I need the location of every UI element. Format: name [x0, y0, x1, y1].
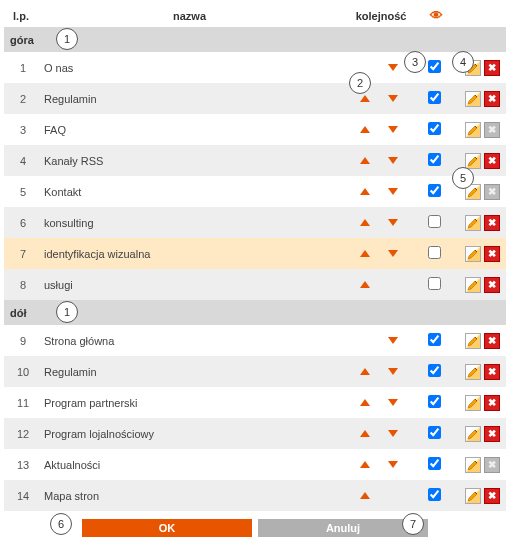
- arrow-placeholder: [360, 64, 370, 71]
- visibility-checkbox[interactable]: [428, 122, 441, 135]
- visibility-checkbox[interactable]: [428, 153, 441, 166]
- row-name: Regulamin: [40, 366, 339, 378]
- move-up-icon[interactable]: [360, 492, 370, 499]
- edit-button[interactable]: [465, 215, 481, 231]
- delete-button[interactable]: ✖: [484, 488, 500, 504]
- row-order: [339, 250, 419, 257]
- row-name: Aktualności: [40, 459, 339, 471]
- row-visibility: [419, 153, 449, 168]
- delete-button[interactable]: ✖: [484, 395, 500, 411]
- delete-button[interactable]: ✖: [484, 277, 500, 293]
- arrow-placeholder: [388, 492, 398, 499]
- row-lp: 9: [6, 335, 40, 347]
- move-up-icon[interactable]: [360, 399, 370, 406]
- row-lp: 11: [6, 397, 40, 409]
- row-lp: 8: [6, 279, 40, 291]
- visibility-checkbox[interactable]: [428, 246, 441, 259]
- row-lp: 14: [6, 490, 40, 502]
- table-row: 5 Kontakt ✖: [4, 176, 506, 207]
- row-actions: ✖: [449, 457, 504, 473]
- row-order: [339, 126, 419, 133]
- row-order: [339, 368, 419, 375]
- row-actions: ✖: [449, 246, 504, 262]
- row-name: Strona główna: [40, 335, 339, 347]
- visibility-checkbox[interactable]: [428, 60, 441, 73]
- row-actions: ✖: [449, 91, 504, 107]
- move-down-icon[interactable]: [388, 126, 398, 133]
- visibility-checkbox[interactable]: [428, 277, 441, 290]
- move-up-icon[interactable]: [360, 188, 370, 195]
- move-down-icon[interactable]: [388, 337, 398, 344]
- table-row: 6 konsulting ✖: [4, 207, 506, 238]
- row-lp: 10: [6, 366, 40, 378]
- edit-button[interactable]: [465, 153, 481, 169]
- visibility-checkbox[interactable]: [428, 91, 441, 104]
- move-down-icon[interactable]: [388, 188, 398, 195]
- visibility-checkbox[interactable]: [428, 426, 441, 439]
- row-visibility: [419, 122, 449, 137]
- arrow-placeholder: [360, 337, 370, 344]
- row-order: [339, 219, 419, 226]
- delete-button[interactable]: ✖: [484, 333, 500, 349]
- delete-button[interactable]: ✖: [484, 364, 500, 380]
- delete-button[interactable]: ✖: [484, 60, 500, 76]
- row-visibility: [419, 333, 449, 348]
- row-name: Program lojalnościowy: [40, 428, 339, 440]
- move-down-icon[interactable]: [388, 64, 398, 71]
- table-row: 4 Kanały RSS ✖: [4, 145, 506, 176]
- move-down-icon[interactable]: [388, 219, 398, 226]
- row-visibility: [419, 246, 449, 261]
- move-down-icon[interactable]: [388, 399, 398, 406]
- callout-section: 1: [56, 28, 78, 50]
- edit-button[interactable]: [465, 426, 481, 442]
- edit-button[interactable]: [465, 333, 481, 349]
- move-up-icon[interactable]: [360, 430, 370, 437]
- move-up-icon[interactable]: [360, 126, 370, 133]
- visibility-checkbox[interactable]: [428, 184, 441, 197]
- delete-button[interactable]: ✖: [484, 91, 500, 107]
- edit-button[interactable]: [465, 395, 481, 411]
- visibility-checkbox[interactable]: [428, 488, 441, 501]
- move-up-icon[interactable]: [360, 281, 370, 288]
- visibility-checkbox[interactable]: [428, 395, 441, 408]
- edit-button[interactable]: [465, 364, 481, 380]
- edit-button[interactable]: [465, 91, 481, 107]
- edit-button[interactable]: [465, 277, 481, 293]
- move-up-icon[interactable]: [360, 219, 370, 226]
- section-header: góra 1: [4, 27, 506, 52]
- row-visibility: [419, 457, 449, 472]
- delete-button[interactable]: ✖: [484, 153, 500, 169]
- move-down-icon[interactable]: [388, 461, 398, 468]
- move-up-icon[interactable]: [360, 95, 370, 102]
- edit-button[interactable]: [465, 122, 481, 138]
- delete-button[interactable]: ✖: [484, 426, 500, 442]
- edit-button[interactable]: [465, 457, 481, 473]
- visibility-checkbox[interactable]: [428, 457, 441, 470]
- move-down-icon[interactable]: [388, 250, 398, 257]
- row-actions: ✖: [449, 333, 504, 349]
- table-header: l.p. nazwa kolejność 👁: [4, 4, 506, 27]
- move-up-icon[interactable]: [360, 368, 370, 375]
- visibility-checkbox[interactable]: [428, 215, 441, 228]
- callout-7: 7: [402, 513, 424, 535]
- edit-button[interactable]: [465, 246, 481, 262]
- ok-button[interactable]: OK: [82, 519, 252, 537]
- edit-button[interactable]: [465, 488, 481, 504]
- visibility-checkbox[interactable]: [428, 333, 441, 346]
- row-lp: 13: [6, 459, 40, 471]
- move-up-icon[interactable]: [360, 157, 370, 164]
- row-order: [339, 188, 419, 195]
- move-down-icon[interactable]: [388, 368, 398, 375]
- move-down-icon[interactable]: [388, 157, 398, 164]
- move-up-icon[interactable]: [360, 250, 370, 257]
- delete-button[interactable]: ✖: [484, 215, 500, 231]
- move-down-icon[interactable]: [388, 95, 398, 102]
- row-actions: ✖: [449, 488, 504, 504]
- row-name: Regulamin: [40, 93, 339, 105]
- move-up-icon[interactable]: [360, 461, 370, 468]
- section-header: dół 1: [4, 300, 506, 325]
- delete-button[interactable]: ✖: [484, 246, 500, 262]
- move-down-icon[interactable]: [388, 430, 398, 437]
- visibility-checkbox[interactable]: [428, 364, 441, 377]
- row-visibility: [419, 184, 449, 199]
